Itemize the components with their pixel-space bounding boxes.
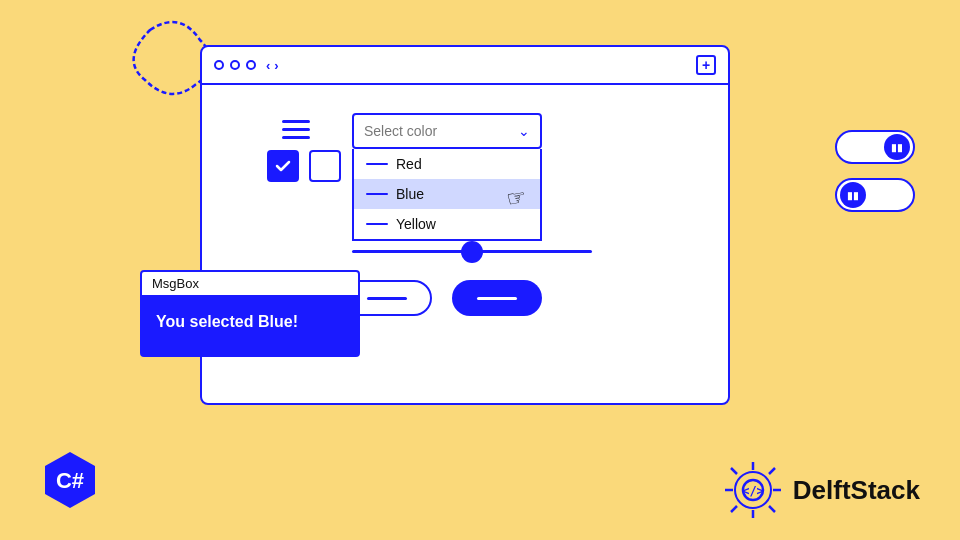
checkmark-icon bbox=[274, 157, 292, 175]
toggle-knob-2: ▮▮ bbox=[840, 182, 866, 208]
option-red-label: Red bbox=[396, 156, 422, 172]
browser-titlebar: ‹ › + bbox=[202, 47, 728, 85]
slider-thumb[interactable] bbox=[461, 241, 483, 263]
slider-container bbox=[352, 250, 592, 253]
csharp-logo: C# bbox=[40, 450, 100, 510]
select-container: Select color ⌄ Red Blue Yellow ☞ bbox=[352, 113, 542, 149]
option-yellow[interactable]: Yellow bbox=[354, 209, 540, 239]
filled-button-icon bbox=[477, 297, 517, 300]
delft-text: Delft bbox=[793, 475, 851, 505]
delftstack-brand-text: DelftStack bbox=[793, 475, 920, 506]
toggle-switch-1[interactable]: ▮▮ bbox=[835, 130, 915, 164]
checkbox-unchecked[interactable] bbox=[309, 150, 341, 182]
svg-line-9 bbox=[769, 468, 775, 474]
svg-line-7 bbox=[731, 468, 737, 474]
browser-dot-2 bbox=[230, 60, 240, 70]
browser-nav: ‹ › bbox=[266, 58, 279, 73]
toggle-switch-2[interactable]: ▮▮ bbox=[835, 178, 915, 212]
svg-text:C#: C# bbox=[56, 468, 84, 493]
delftstack-bold-text: DelftStack bbox=[793, 475, 920, 505]
toggle-knob-1: ▮▮ bbox=[884, 134, 910, 160]
pause-icon-1: ▮▮ bbox=[891, 142, 903, 153]
stack-text: Stack bbox=[851, 475, 920, 505]
msgbox-dialog: MsgBox You selected Blue! bbox=[140, 270, 360, 357]
option-line bbox=[366, 163, 388, 166]
option-red[interactable]: Red bbox=[354, 149, 540, 179]
browser-dot-3 bbox=[246, 60, 256, 70]
option-line bbox=[366, 223, 388, 226]
buttons-row bbox=[342, 280, 542, 316]
pause-icon-2: ▮▮ bbox=[847, 190, 859, 201]
cursor-hand-icon: ☞ bbox=[505, 183, 529, 212]
svg-line-10 bbox=[731, 506, 737, 512]
browser-dot-1 bbox=[214, 60, 224, 70]
checkbox-area bbox=[267, 150, 341, 182]
filled-button[interactable] bbox=[452, 280, 542, 316]
slider-track[interactable] bbox=[352, 250, 592, 253]
select-dropdown[interactable]: Select color ⌄ bbox=[352, 113, 542, 149]
svg-text:</>: </> bbox=[742, 484, 764, 498]
hamburger-icon bbox=[282, 120, 310, 139]
option-yellow-label: Yellow bbox=[396, 216, 436, 232]
msgbox-titlebar: MsgBox bbox=[142, 272, 358, 297]
chevron-down-icon: ⌄ bbox=[518, 123, 530, 139]
option-line bbox=[366, 193, 388, 196]
msgbox-title: MsgBox bbox=[152, 276, 199, 291]
nav-forward[interactable]: › bbox=[274, 58, 278, 73]
delftstack-gear-icon: </> bbox=[723, 460, 783, 520]
browser-plus-button[interactable]: + bbox=[696, 55, 716, 75]
svg-line-8 bbox=[769, 506, 775, 512]
nav-back[interactable]: ‹ bbox=[266, 58, 270, 73]
msgbox-body-text: You selected Blue! bbox=[156, 313, 344, 331]
toggle-group: ▮▮ ▮▮ bbox=[835, 130, 915, 212]
msgbox-body: You selected Blue! bbox=[142, 297, 358, 355]
delftstack-logo: </> DelftStack bbox=[723, 460, 920, 520]
select-placeholder-text: Select color bbox=[364, 123, 437, 139]
outline-button-icon bbox=[367, 297, 407, 300]
option-blue-label: Blue bbox=[396, 186, 424, 202]
checkbox-checked[interactable] bbox=[267, 150, 299, 182]
browser-content: Select color ⌄ Red Blue Yellow ☞ bbox=[202, 85, 728, 133]
